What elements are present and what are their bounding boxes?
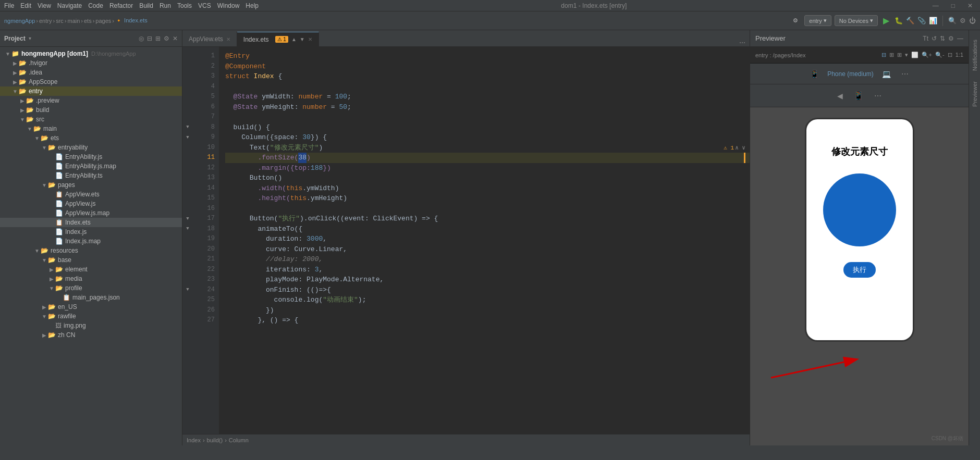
power-btn[interactable]: ⏻ (969, 17, 976, 24)
chevron-down-icon: ▼ (48, 285, 55, 291)
tab-appview-close[interactable]: ✕ (226, 36, 230, 42)
attach-icon[interactable]: 📎 (917, 17, 926, 24)
dropdown-icon[interactable]: ▾ (905, 52, 908, 58)
tree-item-appview-jsmap[interactable]: 📄 AppView.js.map (0, 208, 182, 218)
sidebar-locate-icon[interactable]: ◎ (139, 35, 144, 42)
menu-view[interactable]: View (38, 2, 51, 9)
tree-item-ets[interactable]: ▼ 📂 ets (0, 133, 182, 143)
code-content[interactable]: @Entry @Component struct Index { @State … (219, 47, 750, 434)
tree-item-media[interactable]: ▶ 📂 media (0, 274, 182, 283)
minimize-button[interactable]: — (929, 2, 942, 9)
tree-item-index-ets[interactable]: 📋 Index.ets (0, 218, 182, 227)
zoom-in-icon[interactable]: 🔍+ (922, 52, 932, 58)
tab-index-close[interactable]: ✕ (308, 36, 312, 42)
sidebar-collapse-icon[interactable]: ⊞ (155, 35, 161, 42)
tree-item-hvigor[interactable]: ▶ 📂 .hvigor (0, 58, 182, 68)
menu-edit[interactable]: Edit (20, 2, 31, 9)
tree-item-src[interactable]: ▼ 📂 src (0, 115, 182, 124)
tree-label-idea: .idea (29, 69, 42, 76)
tree-item-profile[interactable]: ▼ 📂 profile (0, 283, 182, 293)
tab-more-btn[interactable]: ⋯ (735, 39, 750, 46)
debug-icon[interactable]: 🐛 (895, 17, 903, 24)
tree-label-entryability-jsmap: EntryAbility.js.map (65, 163, 116, 170)
tree-item-build[interactable]: ▶ 📂 build (0, 105, 182, 115)
tab-appview[interactable]: AppView.ets ✕ (182, 32, 237, 46)
tree-item-pages[interactable]: ▼ 📂 pages (0, 180, 182, 190)
tree-item-entryability-ts[interactable]: 📄 EntryAbility.ts (0, 171, 182, 180)
phone-execute-button[interactable]: 执行 (843, 262, 876, 278)
previewer-rotate-icon[interactable]: ⇅ (940, 35, 945, 42)
menu-window[interactable]: Window (217, 2, 240, 9)
tree-item-entryability-jsmap[interactable]: 📄 EntryAbility.js.map (0, 161, 182, 171)
menu-run[interactable]: Run (160, 2, 171, 9)
expand-icon[interactable]: ⬜ (911, 52, 918, 58)
prev-device-btn[interactable]: ◀ (837, 92, 843, 100)
menu-build[interactable]: Build (139, 2, 153, 9)
zoom-out-icon[interactable]: 🔍- (935, 52, 945, 58)
tree-item-appscope[interactable]: ▶ 📂 AppScope (0, 77, 182, 86)
device-phone-icon[interactable]: 📱 (808, 68, 821, 80)
maximize-button[interactable]: □ (948, 2, 958, 9)
tree-item-appview-ets[interactable]: 📋 AppView.ets (0, 190, 182, 199)
tree-item-enus[interactable]: ▶ 📂 en_US (0, 302, 182, 312)
tree-item-element[interactable]: ▶ 📂 element (0, 265, 182, 274)
device-tablet-icon[interactable]: 💻 (880, 68, 893, 80)
no-devices-btn[interactable]: No Devices ▾ (835, 15, 878, 26)
tree-item-zhcn[interactable]: ▶ 📂 zh CN (0, 330, 182, 340)
tree-item-appview-js[interactable]: 📄 AppView.js (0, 199, 182, 208)
device-frame-icon[interactable]: 📱 (851, 89, 866, 103)
code-editor[interactable]: ▼ ▼ ▼ ▼ ▼ 1 2 3 (182, 47, 750, 434)
tree-item-main[interactable]: ▼ 📂 main (0, 124, 182, 133)
menu-tools[interactable]: Tools (177, 2, 192, 9)
no-devices-label: No Devices (839, 18, 868, 24)
tree-item-preview[interactable]: ▶ 📂 .preview (0, 96, 182, 105)
sidebar-dropdown-icon[interactable]: ▾ (29, 35, 31, 41)
code-line-18: animateTo({ (225, 224, 750, 234)
sidebar-settings-icon[interactable]: ⚙ (164, 35, 169, 42)
more-options-btn[interactable]: ⋯ (874, 92, 881, 100)
previewer-font-icon[interactable]: Tt (923, 35, 928, 42)
menu-refactor[interactable]: Refactor (109, 2, 133, 9)
settings-btn[interactable]: ⚙ (960, 17, 966, 24)
settings-icon-btn[interactable]: ⚙ (790, 16, 801, 25)
tab-nav-up[interactable]: ▲ (291, 36, 297, 42)
sidebar-close-icon[interactable]: ✕ (173, 35, 178, 42)
tree-item-imgpng[interactable]: 🖼 img.png (0, 321, 182, 330)
tree-item-entry[interactable]: ▼ 📂 entry (0, 86, 182, 96)
tree-item-index-jsmap[interactable]: 📄 Index.js.map (0, 237, 182, 246)
tree-label-appview-js: AppView.js (65, 200, 95, 207)
grid-icon[interactable]: ⊞ (897, 52, 902, 58)
tree-item-entryability[interactable]: ▼ 📂 entryability (0, 143, 182, 152)
tree-item-resources[interactable]: ▼ 📂 resources (0, 246, 182, 255)
menu-file[interactable]: File (4, 2, 14, 9)
tree-item-index-js[interactable]: 📄 Index.js (0, 227, 182, 237)
close-button[interactable]: ✕ (964, 2, 976, 9)
menu-navigate[interactable]: Navigate (57, 2, 82, 9)
tree-item-rawfile[interactable]: ▼ 📂 rawfile (0, 312, 182, 321)
tab-previewer[interactable]: Previewer (971, 77, 979, 111)
tree-item-base[interactable]: ▼ 📂 base (0, 255, 182, 265)
device-more-icon[interactable]: ⋯ (899, 68, 911, 80)
menu-help[interactable]: Help (246, 2, 259, 9)
tree-item-mainpages[interactable]: 📋 main_pages.json (0, 293, 182, 302)
run-button[interactable]: ▶ (881, 16, 891, 26)
tab-notifications[interactable]: Notifications (971, 35, 979, 75)
previewer-settings-icon[interactable]: ⚙ (948, 35, 954, 42)
search-icon-btn[interactable]: 🔍 (948, 17, 957, 24)
sidebar-expand-icon[interactable]: ⊟ (147, 35, 152, 42)
inspector-icon[interactable]: ⊟ (881, 52, 886, 58)
previewer-close-icon[interactable]: — (957, 35, 963, 42)
menu-vcs[interactable]: VCS (198, 2, 211, 9)
tab-index[interactable]: Index.ets ⚠ 1 ▲ ▼ ✕ (237, 32, 319, 46)
tree-item-idea[interactable]: ▶ 📂 .idea (0, 68, 182, 77)
entry-dropdown-btn[interactable]: entry ▾ (804, 15, 831, 26)
build-icon[interactable]: 🔨 (906, 17, 914, 24)
coverage-icon[interactable]: 📊 (929, 17, 937, 24)
previewer-refresh-icon[interactable]: ↺ (932, 35, 937, 42)
tree-root[interactable]: ▼ 📁 hongmengApp [dom1] D:\hongmengApp (0, 49, 182, 58)
fit-icon[interactable]: ⊡ (948, 52, 952, 58)
layout-icon[interactable]: ⊞ (889, 52, 894, 58)
tree-item-entryability-js[interactable]: 📄 EntryAbility.js (0, 152, 182, 161)
tab-nav-down[interactable]: ▼ (300, 36, 305, 42)
menu-code[interactable]: Code (88, 2, 103, 9)
